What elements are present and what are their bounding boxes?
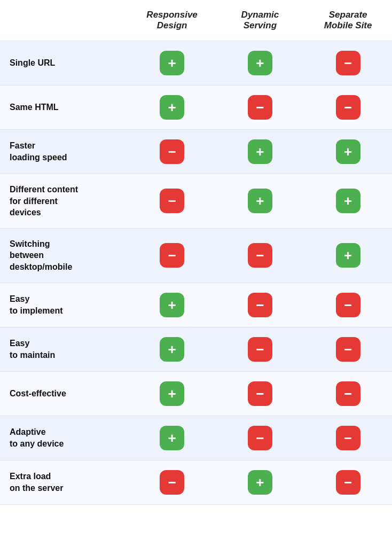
plus-icon: +	[248, 139, 272, 164]
plus-icon: +	[248, 51, 272, 75]
plus-icon: +	[336, 189, 360, 213]
table-row: Easyto implement+−−	[0, 283, 392, 327]
cell-dynamic: −	[216, 85, 304, 130]
cell-dynamic: −	[216, 371, 304, 416]
cell-separate: −	[304, 371, 392, 416]
header-separate: SeparateMobile Site	[304, 0, 392, 41]
table-row: Different contentfor differentdevices−++	[0, 174, 392, 229]
cell-dynamic: −	[216, 283, 304, 327]
minus-icon: −	[336, 381, 360, 406]
plus-icon: +	[160, 426, 184, 450]
feature-label: Different contentfor differentdevices	[0, 174, 128, 229]
cell-separate: +	[304, 228, 392, 283]
cell-dynamic: −	[216, 416, 304, 460]
cell-separate: −	[304, 85, 392, 130]
cell-responsive: +	[128, 283, 216, 327]
table-row: Adaptiveto any device+−−	[0, 416, 392, 460]
feature-label: Single URL	[0, 41, 128, 85]
minus-icon: −	[336, 426, 360, 450]
cell-separate: −	[304, 416, 392, 460]
feature-label: Adaptiveto any device	[0, 416, 128, 460]
cell-responsive: −	[128, 460, 216, 504]
minus-icon: −	[248, 243, 272, 268]
minus-icon: −	[336, 95, 360, 120]
plus-icon: +	[336, 139, 360, 164]
minus-icon: −	[336, 470, 360, 495]
minus-icon: −	[336, 293, 360, 317]
feature-label: Extra loadon the server	[0, 460, 128, 504]
minus-icon: −	[248, 95, 272, 120]
minus-icon: −	[160, 189, 184, 213]
cell-dynamic: +	[216, 41, 304, 85]
cell-dynamic: +	[216, 130, 304, 174]
minus-icon: −	[248, 337, 272, 362]
table-row: Extra loadon the server−+−	[0, 460, 392, 504]
feature-label: Easyto implement	[0, 283, 128, 327]
cell-separate: −	[304, 283, 392, 327]
table-row: Fasterloading speed−++	[0, 130, 392, 174]
comparison-table: ResponsiveDesign DynamicServing Separate…	[0, 0, 392, 505]
cell-dynamic: +	[216, 460, 304, 504]
cell-responsive: +	[128, 85, 216, 130]
feature-label: Fasterloading speed	[0, 130, 128, 174]
table-row: Single URL++−	[0, 41, 392, 85]
cell-dynamic: +	[216, 174, 304, 229]
header-responsive: ResponsiveDesign	[128, 0, 216, 41]
feature-label: Same HTML	[0, 85, 128, 130]
minus-icon: −	[160, 243, 184, 268]
plus-icon: +	[336, 243, 360, 268]
plus-icon: +	[160, 95, 184, 120]
minus-icon: −	[160, 470, 184, 495]
header-dynamic: DynamicServing	[216, 0, 304, 41]
minus-icon: −	[336, 51, 360, 75]
minus-icon: −	[160, 139, 184, 164]
feature-label: Easyto maintain	[0, 327, 128, 371]
cell-separate: +	[304, 130, 392, 174]
table-row: Cost-effective+−−	[0, 371, 392, 416]
feature-label: Cost-effective	[0, 371, 128, 416]
cell-separate: +	[304, 174, 392, 229]
table-row: Same HTML+−−	[0, 85, 392, 130]
table-row: Switchingbetweendesktop/mobile−−+	[0, 228, 392, 283]
cell-responsive: +	[128, 327, 216, 371]
minus-icon: −	[248, 381, 272, 406]
cell-responsive: +	[128, 41, 216, 85]
cell-separate: −	[304, 41, 392, 85]
cell-responsive: −	[128, 130, 216, 174]
cell-dynamic: −	[216, 327, 304, 371]
plus-icon: +	[160, 293, 184, 317]
minus-icon: −	[248, 426, 272, 450]
plus-icon: +	[160, 381, 184, 406]
cell-responsive: −	[128, 174, 216, 229]
cell-responsive: +	[128, 416, 216, 460]
cell-separate: −	[304, 460, 392, 504]
header-feature	[0, 0, 128, 41]
cell-separate: −	[304, 327, 392, 371]
plus-icon: +	[160, 51, 184, 75]
cell-responsive: −	[128, 228, 216, 283]
plus-icon: +	[248, 470, 272, 495]
feature-label: Switchingbetweendesktop/mobile	[0, 228, 128, 283]
cell-dynamic: −	[216, 228, 304, 283]
minus-icon: −	[248, 293, 272, 317]
plus-icon: +	[248, 189, 272, 213]
cell-responsive: +	[128, 371, 216, 416]
plus-icon: +	[160, 337, 184, 362]
minus-icon: −	[336, 337, 360, 362]
table-row: Easyto maintain+−−	[0, 327, 392, 371]
